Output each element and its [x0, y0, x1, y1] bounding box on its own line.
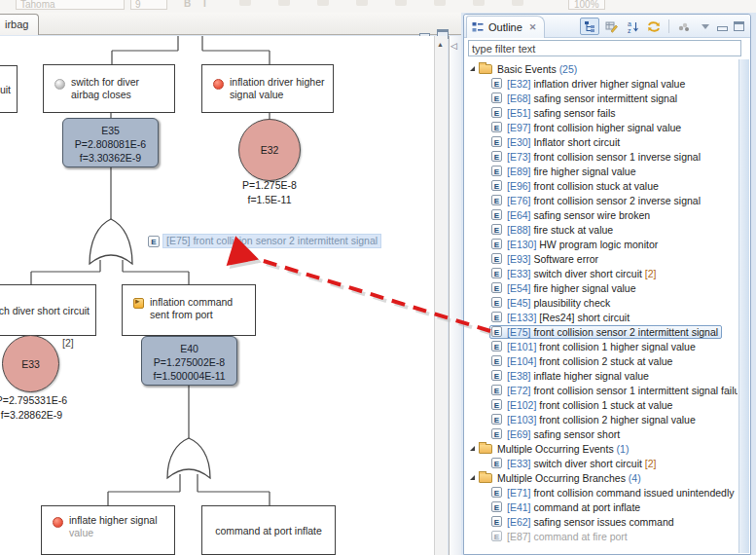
palette-expand-icon[interactable]: ◁ [450, 41, 457, 51]
tree-item[interactable]: E[E87] command at fire port [465, 529, 738, 543]
tree-item[interactable]: E[E41] command at port inflate [465, 500, 738, 514]
node-clipped-box[interactable]: uit [0, 65, 18, 113]
expand-arrow-icon[interactable] [470, 446, 475, 451]
tree-item[interactable]: E[E51] safing sensor fails [465, 105, 738, 120]
item-wrap: E[E62] safing sensor issues command [489, 515, 678, 529]
tree-item[interactable]: E[E30] Inflator short circuit [465, 134, 738, 149]
item-wrap: E[E130] HW program logic monitor [489, 238, 662, 251]
tab-outline[interactable]: Outline ✕ [466, 16, 545, 38]
item-label: [E68] safing sensor intermittent signal [507, 92, 677, 104]
expand-arrow-icon[interactable] [470, 66, 475, 71]
node-e33-circle[interactable]: E33 [2, 335, 59, 392]
node-e35[interactable]: E35 P=2.808081E-6 f=3.30362E-9 [62, 118, 159, 167]
tree-item[interactable]: E[E102] front collision 1 stuck at value [465, 397, 738, 412]
outline-maximize-button[interactable] [734, 21, 744, 31]
tree-item[interactable]: E[E68] safing sensor intermittent signal [465, 91, 738, 105]
tree-item[interactable]: E[E38] inflate higher signal value [465, 368, 738, 383]
item-id: [E101] [507, 341, 536, 352]
group-count: (25) [559, 63, 578, 75]
filter-input[interactable] [468, 40, 741, 56]
tree-group[interactable]: Multiple Occurring Branches (4) [465, 470, 738, 485]
fault-tree-canvas[interactable]: uit switch for diver airbag closes infla… [0, 36, 434, 555]
tree-item[interactable]: E[E101] front collision 1 higher signal … [465, 339, 738, 353]
outline-scrollbar[interactable] [738, 59, 749, 553]
node-inflation-command-sent[interactable]: inflation command sent from port [122, 284, 256, 336]
node-inflation-driver-higher[interactable]: inflation driver higher signal value [201, 64, 334, 113]
event-icon: E [491, 370, 502, 381]
event-icon: E [491, 516, 502, 527]
toolbar-separator [668, 19, 669, 33]
node-inflate-higher-signal[interactable]: inflate higher signal value [41, 505, 175, 555]
item-wrap: E[E103] front collision 2 higher signal … [489, 413, 700, 426]
table-view-button[interactable] [601, 18, 621, 35]
toolbar-icon [239, 0, 251, 6]
item-id: [E51] [507, 107, 531, 119]
item-label: [E32] inflation driver higher signal val… [507, 78, 685, 90]
tree-item[interactable]: E[E89] fire higher signal value [465, 164, 738, 178]
group-count: (1) [617, 443, 630, 455]
tree-item[interactable]: E[E97] front collision higher signal val… [465, 120, 738, 134]
dragged-event-label: E [E75] front collision sensor 2 intermi… [148, 234, 381, 248]
sphere-icon [54, 79, 65, 90]
item-label: [E97] front collision higher signal valu… [507, 122, 681, 133]
tree-item[interactable]: E[E96] front collision stuck at value [465, 178, 738, 193]
node-command-at-port-inflate[interactable]: command at port inflate [201, 505, 336, 555]
palette-flyout[interactable]: ◁ [449, 36, 461, 555]
node-e40[interactable]: E40 P=1.275002E-8 f=1.500004E-11 [141, 336, 237, 386]
editor-tab-airbag[interactable]: irbag [0, 14, 39, 35]
tree-group[interactable]: Multiple Occurring Events (1) [465, 441, 738, 456]
tree-item[interactable]: E[E75] front collision sensor 2 intermit… [465, 324, 738, 339]
tree-view-button[interactable] [580, 18, 599, 35]
tree-item[interactable]: E[E69] safing sensor short [465, 426, 738, 441]
scroll-up-icon[interactable]: ▲ [437, 41, 444, 48]
item-wrap: E[E33] switch diver short circuit [2] [489, 457, 661, 470]
tree-item[interactable]: E[E62] safing sensor issues command [465, 514, 738, 529]
tree-item[interactable]: E[E76] front collision sensor 2 inverse … [465, 193, 738, 207]
tree-item[interactable]: E[E73] front collision sensor 1 inverse … [465, 149, 738, 164]
tree-item[interactable]: E[E45] plausibility check [465, 295, 738, 310]
item-label: [E130] HW program logic monitor [507, 239, 658, 250]
node-e32-circle[interactable]: E32 [238, 119, 301, 181]
item-id: [E103] [507, 414, 536, 426]
tree-item[interactable]: E[E33] switch diver short circuit [2] [465, 266, 738, 280]
event-icon: E [491, 107, 502, 118]
outline-view: Outline ✕ a [463, 14, 751, 555]
node-switch-diver-short-circuit[interactable]: tch diver short circuit [0, 284, 96, 336]
tree-item[interactable]: E[E33] switch diver short circuit [2] [465, 456, 738, 470]
folder-icon [479, 473, 492, 483]
event-icon: E [491, 166, 502, 176]
item-label: [E96] front collision stuck at value [507, 180, 659, 192]
tree-item[interactable]: E[E32] inflation driver higher signal va… [465, 76, 738, 91]
tree-view-icon [584, 20, 596, 33]
item-label: [E75] front collision sensor 2 intermitt… [507, 326, 718, 338]
event-icon: E [491, 136, 502, 147]
tree-item[interactable]: E[E103] front collision 2 higher signal … [465, 412, 738, 426]
item-wrap: E[E88] fire stuck at value [489, 223, 617, 237]
link-with-editor-button[interactable] [644, 18, 664, 35]
editor-vertical-scrollbar[interactable]: ▲ [434, 36, 448, 555]
tree-item[interactable]: E[E72] front collision sensor 1 intermit… [465, 383, 738, 397]
close-icon[interactable]: ✕ [529, 22, 537, 32]
tree-item[interactable]: E[E54] fire higher signal value [465, 280, 738, 295]
tree-item[interactable]: E[E93] Software error [465, 251, 738, 266]
item-label: [E64] safing sensor wire broken [507, 209, 650, 221]
outline-minimize-button[interactable] [717, 22, 728, 31]
tab-outline-label: Outline [488, 21, 522, 33]
tree-item[interactable]: E[E64] safing sensor wire broken [465, 207, 738, 222]
tree-group[interactable]: Basic Events (25) [465, 61, 738, 76]
tree-item[interactable]: E[E104] front collision 2 stuck at value [465, 353, 738, 368]
sort-alphabetical-button[interactable]: a z [623, 18, 642, 35]
item-id: [E54] [507, 282, 531, 294]
item-id: [E32] [507, 78, 531, 90]
item-id: [E88] [507, 224, 531, 236]
filters-button[interactable] [674, 18, 694, 35]
node-switch-airbag-closes[interactable]: switch for diver airbag closes [43, 64, 175, 113]
expand-arrow-icon[interactable] [470, 475, 475, 480]
tree-item[interactable]: E[E133] [Res24] short circuit [465, 310, 738, 324]
tree-item[interactable]: E[E130] HW program logic monitor [465, 237, 738, 251]
tree-item[interactable]: E[E71] front collision command issued un… [465, 485, 738, 500]
item-id: [E72] [507, 385, 531, 396]
view-menu-icon[interactable] [702, 24, 709, 29]
tree-item[interactable]: E[E88] fire stuck at value [465, 222, 738, 237]
event-icon: E [491, 195, 502, 205]
